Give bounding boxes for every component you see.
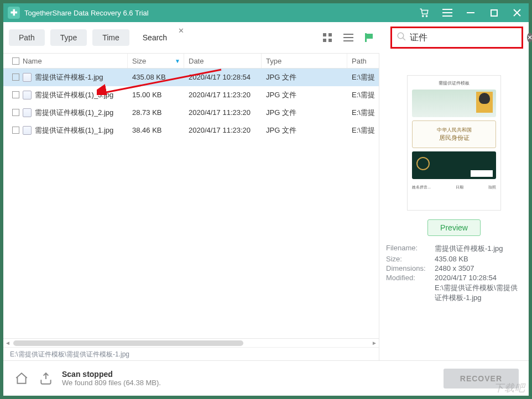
tab-time[interactable]: Time bbox=[92, 29, 129, 46]
view-flag-icon[interactable] bbox=[362, 30, 377, 45]
file-path: E:\需提 bbox=[347, 125, 379, 135]
titlebar: ✚ TogetherShare Data Recovery 6.6 Trial bbox=[3, 3, 529, 22]
file-icon bbox=[23, 108, 32, 117]
file-date: 2020/4/17 11:23:20 bbox=[184, 126, 262, 134]
svg-rect-12 bbox=[328, 39, 332, 42]
table-row[interactable]: 需提供证件模板(1)_3.jpg15.00 KB2020/4/17 11:23:… bbox=[3, 86, 379, 104]
file-path: E:\需提 bbox=[347, 90, 379, 100]
preview-panel: 需提供证件模板 中华人民共和国居民身份证 姓名拼音...日期拍照 Preview… bbox=[379, 53, 529, 360]
col-size[interactable]: Size▼ bbox=[128, 54, 184, 68]
menu-icon[interactable] bbox=[436, 3, 459, 22]
file-metadata: Filename:需提供证件模板-1.jpg Size:435.08 KB Di… bbox=[386, 244, 522, 304]
file-path: E:\需提 bbox=[347, 108, 379, 118]
table-row[interactable]: 需提供证件模板-1.jpg435.08 KB2020/4/17 10:28:54… bbox=[3, 69, 379, 86]
search-box: ✕ bbox=[390, 27, 523, 49]
footer: Scan stopped We found 809 files (64.38 M… bbox=[3, 360, 529, 396]
select-all-checkbox[interactable] bbox=[12, 57, 19, 65]
watermark: 下载吧 bbox=[494, 381, 525, 395]
horizontal-scrollbar[interactable]: ◄► bbox=[3, 338, 379, 347]
file-type: JPG 文件 bbox=[262, 90, 347, 100]
svg-point-0 bbox=[423, 15, 424, 17]
col-date[interactable]: Date bbox=[184, 54, 262, 68]
file-date: 2020/4/17 11:23:20 bbox=[184, 91, 262, 99]
svg-rect-16 bbox=[365, 33, 367, 42]
view-grid-icon[interactable] bbox=[320, 30, 335, 45]
tab-path[interactable]: Path bbox=[9, 29, 45, 46]
close-search-icon[interactable]: ✕ bbox=[178, 27, 184, 35]
app-logo-icon: ✚ bbox=[8, 7, 20, 19]
toolbar: Path Type Time Search ✕ ✕ bbox=[3, 22, 529, 53]
status-title: Scan stopped bbox=[62, 370, 161, 379]
search-icon bbox=[397, 32, 406, 44]
col-type[interactable]: Type bbox=[262, 54, 347, 68]
svg-point-18 bbox=[398, 33, 404, 39]
col-name[interactable]: Name bbox=[3, 54, 128, 68]
view-list-icon[interactable] bbox=[341, 30, 356, 45]
file-size: 28.73 KB bbox=[128, 108, 184, 117]
home-icon[interactable] bbox=[13, 370, 30, 387]
file-name: 需提供证件模板(1)_2.jpg bbox=[35, 108, 113, 118]
close-button[interactable] bbox=[505, 3, 529, 22]
file-icon bbox=[23, 73, 32, 82]
file-type: JPG 文件 bbox=[262, 125, 347, 135]
minimize-button[interactable] bbox=[459, 3, 482, 22]
tab-type[interactable]: Type bbox=[50, 29, 87, 46]
table-body: 需提供证件模板-1.jpg435.08 KB2020/4/17 10:28:54… bbox=[3, 69, 379, 338]
breadcrumb: E:\需提供证件模板\需提供证件模板-1.jpg bbox=[3, 347, 379, 360]
preview-button[interactable]: Preview bbox=[427, 219, 481, 236]
export-icon[interactable] bbox=[38, 370, 54, 387]
col-path[interactable]: Path bbox=[347, 54, 379, 68]
svg-rect-9 bbox=[323, 33, 326, 36]
file-type: JPG 文件 bbox=[262, 108, 347, 118]
clear-search-icon[interactable]: ✕ bbox=[527, 33, 532, 43]
table-row[interactable]: 需提供证件模板(1)_1.jpg38.46 KB2020/4/17 11:23:… bbox=[3, 122, 379, 139]
file-path: E:\需提 bbox=[347, 72, 379, 82]
row-checkbox[interactable] bbox=[12, 74, 19, 81]
row-checkbox[interactable] bbox=[12, 127, 19, 134]
file-type: JPG 文件 bbox=[262, 72, 347, 82]
status-subtitle: We found 809 files (64.38 MB). bbox=[62, 379, 161, 387]
file-date: 2020/4/17 11:23:20 bbox=[184, 108, 262, 117]
table-header: Name Size▼ Date Type Path bbox=[3, 53, 379, 69]
row-checkbox[interactable] bbox=[12, 91, 19, 98]
svg-line-19 bbox=[403, 38, 405, 40]
file-name: 需提供证件模板(1)_1.jpg bbox=[35, 125, 113, 135]
file-name: 需提供证件模板-1.jpg bbox=[35, 72, 103, 82]
file-size: 38.46 KB bbox=[128, 126, 184, 134]
preview-thumbnail: 需提供证件模板 中华人民共和国居民身份证 姓名拼音...日期拍照 bbox=[407, 75, 501, 211]
maximize-button[interactable] bbox=[482, 3, 505, 22]
file-date: 2020/4/17 10:28:54 bbox=[184, 73, 262, 81]
scroll-thumb[interactable] bbox=[13, 340, 243, 346]
tab-search[interactable]: Search bbox=[135, 29, 175, 46]
search-input[interactable] bbox=[410, 33, 520, 43]
file-size: 15.00 KB bbox=[128, 91, 184, 99]
file-icon bbox=[23, 91, 32, 99]
file-name: 需提供证件模板(1)_3.jpg bbox=[35, 90, 113, 100]
window-title: TogetherShare Data Recovery 6.6 Trial bbox=[24, 9, 413, 17]
svg-point-1 bbox=[426, 15, 427, 17]
file-icon bbox=[23, 126, 32, 135]
file-size: 435.08 KB bbox=[128, 73, 184, 81]
svg-rect-6 bbox=[491, 10, 497, 16]
svg-rect-10 bbox=[328, 33, 332, 36]
sort-desc-icon: ▼ bbox=[175, 58, 180, 64]
row-checkbox[interactable] bbox=[12, 109, 19, 116]
cart-icon[interactable] bbox=[413, 3, 436, 22]
table-row[interactable]: 需提供证件模板(1)_2.jpg28.73 KB2020/4/17 11:23:… bbox=[3, 104, 379, 122]
svg-rect-17 bbox=[367, 34, 373, 39]
svg-rect-11 bbox=[323, 39, 326, 42]
